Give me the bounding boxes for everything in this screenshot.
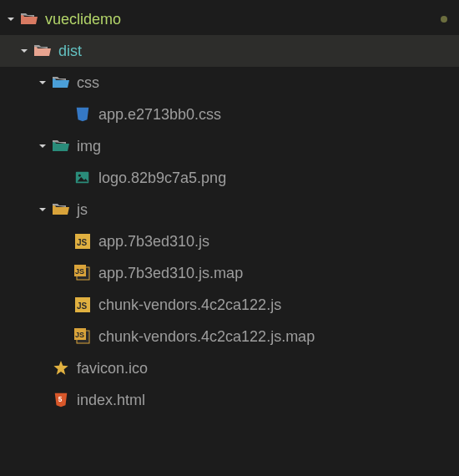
tree-item-label: css <box>77 74 99 92</box>
tree-item-js-map-file[interactable]: JS chunk-vendors.4c2ca122.js.map <box>0 321 459 352</box>
tree-item-img-file[interactable]: logo.82b9c7a5.png <box>0 162 459 194</box>
folder-open-icon <box>33 42 52 60</box>
tree-item-label: chunk-vendors.4c2ca122.js.map <box>98 328 315 346</box>
js-map-file-icon: JS <box>73 264 92 282</box>
tree-item-label: favicon.ico <box>77 360 148 377</box>
html-file-icon: 5 <box>52 391 70 409</box>
tree-item-label: app.7b3ed310.js.map <box>98 265 243 282</box>
chevron-down-icon <box>37 78 48 87</box>
tree-item-js-file[interactable]: JS app.7b3ed310.js <box>0 225 459 257</box>
tree-item-img-folder[interactable]: img <box>0 130 459 162</box>
tree-item-label: img <box>77 138 101 155</box>
tree-item-js-map-file[interactable]: JS app.7b3ed310.js.map <box>0 257 459 289</box>
image-file-icon <box>73 169 92 187</box>
svg-text:JS: JS <box>77 238 88 247</box>
folder-open-icon <box>20 10 38 28</box>
chevron-down-icon <box>18 47 30 55</box>
tree-item-label: index.html <box>77 392 145 409</box>
svg-text:JS: JS <box>77 301 88 311</box>
css-file-icon <box>73 105 92 124</box>
svg-text:5: 5 <box>58 396 63 403</box>
svg-text:JS: JS <box>75 331 84 339</box>
tree-item-js-folder[interactable]: js <box>0 194 459 225</box>
folder-open-icon <box>52 73 70 92</box>
tree-item-index-html[interactable]: 5 index.html <box>0 384 459 416</box>
tree-item-dist[interactable]: dist <box>0 35 459 67</box>
folder-open-icon <box>52 137 70 155</box>
tree-item-label: app.7b3ed310.js <box>98 233 209 251</box>
star-icon <box>52 359 70 377</box>
folder-open-icon <box>52 200 70 219</box>
tree-item-label: js <box>77 201 88 219</box>
tree-item-favicon[interactable]: favicon.ico <box>0 352 459 384</box>
dirty-indicator-icon <box>441 16 447 23</box>
tree-item-css-folder[interactable]: css <box>0 67 459 99</box>
js-map-file-icon: JS <box>73 327 92 346</box>
chevron-down-icon <box>37 142 48 150</box>
tree-item-root[interactable]: vueclidemo <box>0 3 459 35</box>
tree-item-label: vueclidemo <box>45 11 121 28</box>
tree-item-css-file[interactable]: app.e2713bb0.css <box>0 99 459 130</box>
tree-item-label: chunk-vendors.4c2ca122.js <box>98 296 281 314</box>
tree-item-js-file[interactable]: JS chunk-vendors.4c2ca122.js <box>0 289 459 321</box>
js-file-icon: JS <box>73 296 92 314</box>
svg-text:JS: JS <box>75 267 84 276</box>
chevron-down-icon <box>5 15 17 23</box>
tree-item-label: app.e2713bb0.css <box>98 106 221 124</box>
tree-item-label: dist <box>58 43 82 60</box>
chevron-down-icon <box>37 205 48 214</box>
js-file-icon: JS <box>73 232 92 251</box>
tree-item-label: logo.82b9c7a5.png <box>98 170 226 187</box>
